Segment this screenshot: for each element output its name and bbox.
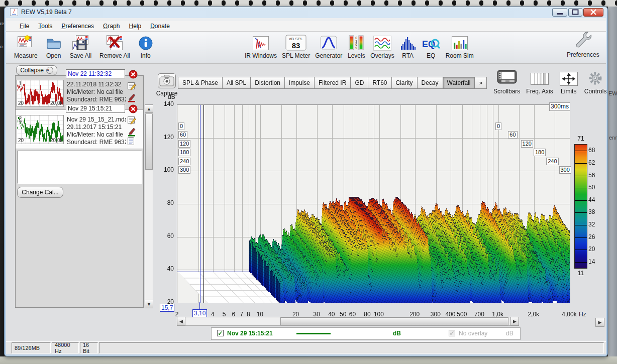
colorbar (574, 144, 587, 269)
tab-spl-phase[interactable]: SPL & Phase (178, 77, 223, 89)
toolbar-button-label: Room Sim (446, 52, 474, 59)
menu-graph[interactable]: Graph (98, 21, 124, 31)
room-sim-icon (451, 34, 468, 51)
graph-button-label: Limits (561, 88, 576, 95)
measurement-notes-box[interactable] (17, 151, 142, 184)
colorbar-tick-38: 38 (588, 208, 595, 215)
toolbar-button-preferences[interactable]: Preferences (567, 33, 599, 58)
desktop-right-strip (608, 7, 617, 364)
limits-icon (559, 69, 578, 86)
preferences-icon (573, 33, 593, 50)
toolbar-center-group: IR WindowsdB SPL83SPL MeterGenerator0369… (245, 34, 474, 59)
graph-right-buttons: ScrollbarsFreq. AxisLimitsControls (493, 69, 606, 95)
toolbar-button-remove-all[interactable]: Remove All (99, 34, 130, 59)
tab-all-spl[interactable]: All SPL (222, 77, 251, 89)
tab-decay[interactable]: Decay (417, 77, 443, 89)
graph-button-controls[interactable]: Controls (584, 69, 607, 95)
toolbar-button-levels[interactable]: 0369Levels (347, 34, 365, 59)
graph-scroll-left-button[interactable]: ◀ (177, 317, 185, 326)
x-tick-200: 200 (404, 311, 425, 318)
measurement-2-thumb-xmax: 20,0k (50, 138, 62, 143)
collapse-button[interactable]: Collapse « (16, 65, 57, 75)
capture-button[interactable] (158, 73, 176, 88)
legend-primary-checkbox[interactable]: ✓ (217, 330, 224, 336)
menu-tools[interactable]: Tools (34, 21, 57, 31)
x-tick-10: 10 (250, 311, 270, 318)
time-label-left-120: 120 (178, 140, 190, 148)
graph-h-scrollbar-thumb[interactable] (280, 317, 508, 325)
toolbar-button-generator[interactable]: Generator (315, 34, 342, 59)
y-tick-120: 120 (151, 134, 174, 141)
graph-tabs: SPL & PhaseAll SPLDistortionImpulseFilte… (178, 77, 487, 89)
toolbar-button-spl-meter[interactable]: dB SPL83SPL Meter (282, 34, 310, 59)
window-title: REW V5,19 Beta 7 (21, 9, 72, 16)
measurement-2-notes-icon[interactable] (127, 115, 136, 125)
tab-impulse[interactable]: Impulse (284, 77, 315, 89)
maximize-button[interactable] (568, 8, 582, 17)
change-cal-button[interactable]: Change Cal... (17, 187, 63, 198)
minimize-button[interactable] (552, 8, 567, 17)
toolbar-button-ir-windows[interactable]: IR Windows (245, 34, 277, 59)
measurement-1-thumb-xmax: 20,0k (50, 100, 62, 106)
measurement-1-notes-icon[interactable] (127, 81, 136, 90)
y-tick-140: 140 (151, 100, 174, 107)
measurement-2-date: 29.11.2017 15:15:21 (67, 124, 126, 131)
delete-measurement-2-button[interactable] (129, 104, 138, 113)
close-button[interactable] (583, 8, 603, 17)
menu-help[interactable]: Help (124, 21, 146, 31)
measurement-2-name-input[interactable] (66, 104, 125, 113)
menu-file[interactable]: File (15, 21, 34, 31)
desktop-top-strip (0, 0, 617, 7)
tab-gd[interactable]: GD (350, 77, 368, 89)
legend-scroll-right-button[interactable]: ▶ (595, 318, 604, 327)
graph-button-label: Freq. Axis (526, 88, 553, 95)
tab-waterfall[interactable]: Waterfall (443, 77, 475, 89)
toolbar-button-room-sim[interactable]: Room Sim (446, 34, 474, 59)
graph-scroll-right-button[interactable]: ▶ (510, 317, 519, 326)
toolbar-button-open[interactable]: Open (46, 34, 62, 59)
minimize-icon (556, 8, 563, 17)
colorbar-tick-56: 56 (588, 172, 595, 179)
svg-text:9: 9 (355, 46, 357, 50)
toolbar-button-info[interactable]: Info (138, 34, 153, 59)
menu-preferences[interactable]: Preferences (57, 21, 98, 31)
toolbar-button-rta[interactable]: RTA (399, 34, 417, 59)
colorbar-min-label: 11 (574, 270, 587, 277)
delete-measurement-1-button[interactable] (129, 70, 138, 79)
toolbar-button-eq[interactable]: EQEQ (422, 34, 441, 59)
app-icon (10, 8, 18, 16)
menu-donate[interactable]: Donate (146, 21, 174, 31)
remove-all-icon (106, 34, 123, 51)
legend-overlay-checkbox[interactable]: ✓ (449, 330, 455, 336)
graph-button-limits[interactable]: Limits (559, 69, 578, 95)
measurement-2-trace-pen-icon[interactable] (127, 127, 136, 137)
panel-scrollbar-thumb[interactable] (145, 113, 153, 170)
toolbar-button-overlays[interactable]: Overlays (370, 34, 394, 59)
levels-icon: 0369 (347, 34, 365, 51)
tab-distortion[interactable]: Distortion (250, 77, 285, 89)
measurement-2-info-doc-icon[interactable] (127, 137, 136, 146)
graph-button-freq-axis[interactable]: Freq. Axis (526, 69, 553, 95)
x-tick-1,0k: 1,0k (488, 311, 508, 318)
toolbar-button-measure[interactable]: Measure (14, 34, 38, 59)
tab-clarity[interactable]: Clarity (391, 77, 418, 89)
menu-bar: FileToolsPreferencesGraphHelpDonate (6, 21, 606, 32)
tab-rt60[interactable]: RT60 (368, 77, 391, 89)
toolbar-button-save-all[interactable]: Save All (70, 34, 91, 59)
ir-windows-icon (252, 34, 269, 51)
colorbar-tick-62: 62 (588, 159, 595, 166)
toolbar-button-label: Levels (348, 52, 365, 59)
measure-icon (17, 34, 34, 51)
close-icon (590, 8, 597, 17)
graph-button-scrollbars[interactable]: Scrollbars (493, 69, 520, 95)
measurement-1-name-input[interactable] (66, 69, 125, 78)
x-tick-100: 100 (369, 311, 389, 318)
tab-overflow-button[interactable]: » (474, 77, 487, 89)
info-icon (138, 34, 153, 51)
desktop-right-text-1: EW (608, 90, 617, 96)
eq-icon: EQ (422, 34, 441, 51)
rta-icon (399, 34, 417, 51)
measurement-1-trace-pen-icon[interactable] (127, 92, 136, 102)
desktop-bottom-strip (0, 356, 617, 364)
tab-filtered-ir[interactable]: Filtered IR (314, 77, 351, 89)
